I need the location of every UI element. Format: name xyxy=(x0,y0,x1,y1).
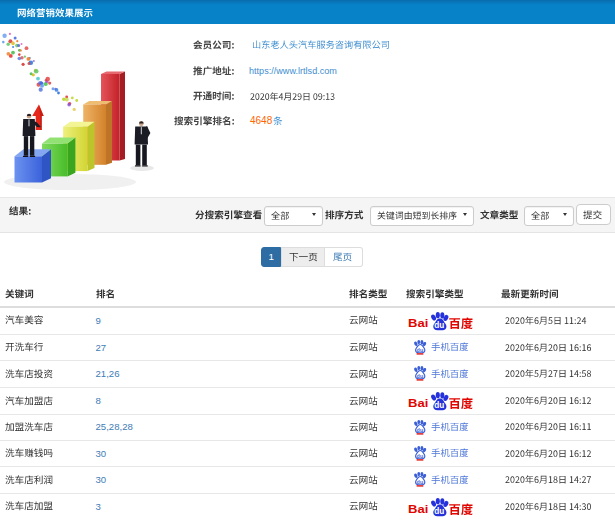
svg-text:Bai: Bai xyxy=(408,503,428,515)
svg-text:du: du xyxy=(416,373,423,379)
svg-text:du: du xyxy=(416,452,423,458)
svg-text:du: du xyxy=(416,479,423,485)
svg-text:du: du xyxy=(434,505,444,515)
svg-text:Bai: Bai xyxy=(408,397,428,409)
svg-text:du: du xyxy=(416,346,423,352)
svg-text:du: du xyxy=(434,400,444,410)
svg-text:du: du xyxy=(434,319,444,329)
svg-text:du: du xyxy=(416,426,423,432)
svg-text:Bai: Bai xyxy=(408,317,428,329)
